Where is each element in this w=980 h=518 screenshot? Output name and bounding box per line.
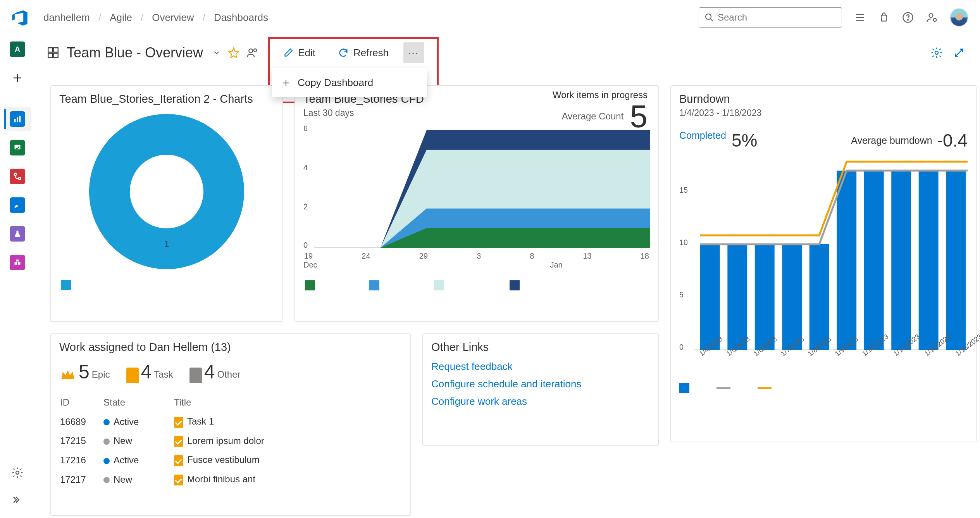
widget-donut-title: Team Blue_Stories_Iteration 2 - Charts: [59, 93, 274, 105]
plus-icon: [281, 78, 291, 88]
rail-boards[interactable]: [4, 136, 31, 160]
task-type-icon: [174, 455, 183, 466]
table-row[interactable]: 17215NewLorem ipsum dolor: [60, 432, 276, 451]
breadcrumb-section[interactable]: Overview: [152, 12, 194, 24]
dashboard-settings-icon[interactable]: [930, 47, 943, 59]
svg-rect-44: [700, 244, 720, 350]
rail-repos[interactable]: [4, 164, 31, 188]
svg-rect-11: [14, 119, 16, 122]
svg-rect-52: [919, 171, 939, 350]
rail-project[interactable]: A: [4, 37, 31, 61]
breadcrumb-org[interactable]: danhellem: [43, 12, 90, 24]
dashboard-title[interactable]: Team Blue - Overview: [67, 45, 203, 61]
pencil-icon: [283, 48, 293, 58]
assigned-table: ID State Title 16689ActiveTask 117215New…: [59, 392, 277, 490]
widget-links: Other Links Request feedbackConfigure sc…: [422, 333, 659, 446]
task-icon: [126, 368, 139, 383]
star-icon[interactable]: [228, 47, 239, 59]
widget-links-title: Other Links: [431, 341, 650, 354]
svg-rect-24: [53, 53, 58, 57]
svg-rect-48: [809, 244, 829, 350]
search-input-wrap[interactable]: [699, 7, 842, 28]
edit-button[interactable]: Edit: [276, 43, 323, 63]
svg-text:10: 10: [679, 238, 688, 247]
svg-point-25: [249, 49, 253, 53]
svg-rect-46: [755, 244, 775, 350]
svg-text:0: 0: [679, 343, 684, 351]
widget-assigned: Work assigned to Dan Hellem (13) 5 Epic …: [50, 333, 411, 516]
svg-rect-50: [864, 171, 884, 350]
widget-cfd: Team Blue_Stories CFD Last 30 days Work …: [295, 85, 659, 322]
crown-icon: [59, 366, 76, 383]
svg-rect-18: [18, 262, 21, 265]
team-members-icon[interactable]: [246, 47, 258, 59]
rail-test-plans[interactable]: [4, 222, 31, 246]
svg-rect-22: [53, 48, 58, 52]
svg-rect-21: [48, 48, 52, 52]
copy-dashboard-item[interactable]: Copy Dashboard: [272, 71, 427, 94]
task-type-icon: [174, 475, 183, 485]
cfd-area-chart: 6 4 2 0: [303, 121, 650, 249]
avatar[interactable]: [950, 8, 968, 27]
task-type-icon: [174, 436, 183, 447]
bag-icon[interactable]: [878, 11, 890, 24]
breadcrumb: danhellem / Agile / Overview / Dashboard…: [43, 12, 268, 24]
rail-settings[interactable]: [4, 462, 31, 483]
table-row[interactable]: 17217NewMorbi finibus ant: [60, 470, 276, 489]
legend-swatch: [61, 280, 71, 290]
other-icon: [189, 368, 202, 383]
rail-artifacts[interactable]: [4, 250, 31, 275]
svg-text:6: 6: [303, 124, 308, 132]
azure-devops-logo[interactable]: [12, 9, 28, 26]
rail-dashboards[interactable]: [4, 107, 31, 131]
svg-rect-23: [48, 53, 52, 57]
fullscreen-icon[interactable]: [954, 47, 964, 58]
svg-rect-13: [19, 116, 21, 123]
dashboard-icon: [47, 46, 60, 59]
svg-point-0: [706, 14, 711, 19]
rail-expand[interactable]: [4, 489, 31, 510]
user-settings-icon[interactable]: [926, 11, 938, 24]
burndown-legend: [679, 383, 968, 393]
svg-rect-19: [16, 260, 19, 262]
table-row[interactable]: 17216ActiveFusce vestibulum: [60, 451, 276, 470]
breadcrumb-page[interactable]: Dashboards: [214, 12, 268, 24]
chevron-down-icon[interactable]: [212, 48, 221, 57]
widget-donut: Team Blue_Stories_Iteration 2 - Charts 1: [50, 85, 283, 322]
burndown-chart: 15 10 5 0: [679, 158, 968, 352]
svg-text:2: 2: [303, 202, 308, 211]
svg-point-8: [933, 19, 937, 22]
table-row[interactable]: 16689ActiveTask 1: [60, 413, 276, 431]
svg-point-15: [14, 173, 17, 176]
svg-text:15: 15: [679, 186, 688, 194]
svg-rect-47: [782, 244, 802, 350]
svg-rect-53: [946, 171, 966, 350]
svg-text:0: 0: [303, 241, 308, 249]
breadcrumb-project[interactable]: Agile: [110, 12, 132, 24]
widget-assigned-title: Work assigned to Dan Hellem (13): [59, 341, 402, 354]
link-item[interactable]: Request feedback: [431, 361, 650, 373]
svg-point-7: [929, 14, 933, 17]
more-actions-button[interactable]: ⋯: [403, 42, 424, 63]
dashboard-header: Team Blue - Overview Edit Refresh ⋯: [47, 37, 964, 69]
refresh-icon: [338, 47, 349, 58]
widget-burndown-title: Burndown: [679, 93, 968, 105]
svg-rect-49: [837, 171, 856, 350]
search-input[interactable]: [718, 12, 836, 23]
refresh-button[interactable]: Refresh: [330, 43, 396, 63]
donut-chart: 1: [89, 114, 244, 269]
rail-add[interactable]: [4, 66, 31, 90]
rail-pipelines[interactable]: [4, 193, 31, 217]
left-rail: A: [0, 35, 35, 518]
link-item[interactable]: Configure work areas: [431, 395, 650, 407]
search-icon: [704, 13, 714, 22]
more-actions-menu: Copy Dashboard: [272, 68, 427, 97]
svg-point-20: [16, 471, 19, 474]
donut-legend: [59, 276, 274, 294]
svg-rect-51: [891, 171, 911, 350]
list-icon[interactable]: [854, 11, 866, 24]
link-item[interactable]: Configure schedule and iterations: [431, 378, 650, 390]
burndown-completed-value: 5%: [732, 130, 757, 151]
svg-line-1: [710, 19, 713, 21]
help-icon[interactable]: [902, 11, 914, 24]
